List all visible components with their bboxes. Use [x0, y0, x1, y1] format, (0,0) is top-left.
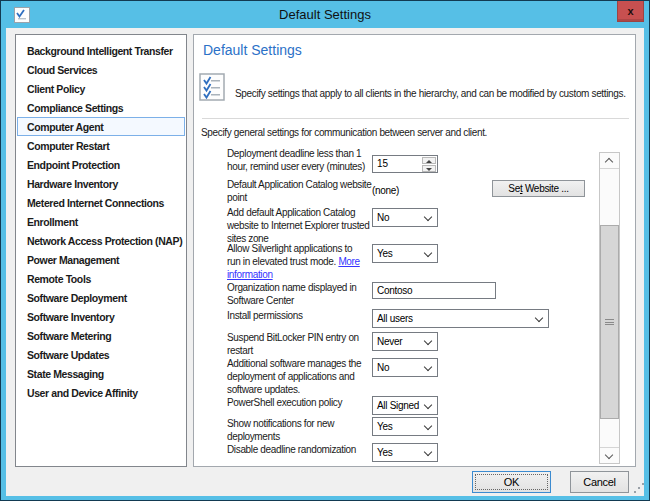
setting-label: Default Application Catalog website poin… [227, 178, 389, 204]
sidebar-item[interactable]: Cloud Services [17, 60, 185, 79]
spin-up-icon[interactable] [422, 157, 436, 164]
checklist-icon [199, 73, 225, 101]
sidebar-item[interactable]: Compliance Settings [17, 98, 185, 117]
setting-dropdown[interactable]: Yes [372, 417, 438, 436]
resize-grip[interactable] [634, 483, 646, 495]
form-row: Show notifications for new deploymentsYe… [202, 417, 592, 436]
thumb-grip-icon [605, 319, 614, 325]
chevron-down-icon [424, 249, 432, 257]
form-row: Install permissionsAll users [202, 309, 592, 328]
vertical-scrollbar[interactable] [599, 152, 620, 464]
sidebar-item[interactable]: Enrollment [17, 212, 185, 231]
sidebar-item[interactable]: Computer Restart [17, 136, 185, 155]
setting-label: Allow Silverlight applications to run in… [227, 242, 389, 281]
set-website-button[interactable]: Set Website ... [492, 180, 585, 197]
setting-label: Organization name displayed in Software … [227, 281, 389, 307]
cancel-button[interactable]: Cancel [570, 471, 629, 493]
sidebar-item[interactable]: Client Policy [17, 79, 185, 98]
form-row: Disable deadline randomizationYes [202, 443, 592, 462]
dialog-body: Background Intelligent TransferCloud Ser… [6, 28, 644, 496]
form-row: Additional software manages the deployme… [202, 357, 592, 376]
sidebar-item[interactable]: Software Metering [17, 326, 185, 345]
chevron-down-icon [424, 363, 432, 371]
sidebar-item[interactable]: Software Deployment [17, 288, 185, 307]
sidebar-item[interactable]: Endpoint Protection [17, 155, 185, 174]
website-point-value: (none) [372, 185, 399, 196]
ok-button[interactable]: OK [472, 471, 551, 493]
form-row: Suspend BitLocker PIN entry on restartNe… [202, 331, 592, 350]
default-settings-dialog: Default Settings x Background Intelligen… [0, 0, 650, 501]
setting-dropdown[interactable]: Yes [372, 244, 438, 263]
setting-label: Add default Application Catalog website … [227, 206, 389, 245]
page-title: Default Settings [203, 42, 302, 58]
form-row: Deployment deadline less than 1 hour, re… [202, 149, 592, 165]
spin-down-icon[interactable] [422, 165, 436, 172]
separator [202, 118, 629, 119]
chevron-down-icon [424, 213, 432, 221]
form-row: Allow Silverlight applications to run in… [202, 242, 592, 261]
chevron-down-icon [424, 422, 432, 430]
setting-label: Suspend BitLocker PIN entry on restart [227, 331, 389, 357]
chevron-down-icon [424, 448, 432, 456]
setting-label: Install permissions [227, 309, 389, 322]
settings-list[interactable]: Background Intelligent TransferCloud Ser… [15, 34, 187, 467]
section-intro: Specify general settings for communicati… [201, 127, 487, 138]
chevron-down-icon [424, 337, 432, 345]
minutes-spinner[interactable]: 15 [372, 155, 438, 173]
form-row: Add default Application Catalog website … [202, 206, 592, 225]
sidebar-item[interactable]: Remote Tools [17, 269, 185, 288]
setting-label: Disable deadline randomization [227, 443, 389, 456]
setting-dropdown[interactable]: All Signed [372, 396, 438, 415]
setting-dropdown[interactable]: No [372, 358, 438, 377]
setting-label: Additional software manages the deployme… [227, 357, 389, 396]
sidebar-item[interactable]: User and Device Affinity [17, 383, 185, 402]
sidebar-item[interactable]: Network Access Protection (NAP) [17, 231, 185, 250]
sidebar-item[interactable]: State Messaging [17, 364, 185, 383]
sidebar-item[interactable]: Power Management [17, 250, 185, 269]
title-bar: Default Settings x [1, 1, 649, 28]
scroll-up-button[interactable] [600, 153, 619, 169]
scroll-down-button[interactable] [600, 447, 619, 463]
chevron-down-icon [535, 314, 543, 322]
form-row: PowerShell execution policyAll Signed [202, 396, 592, 415]
setting-dropdown[interactable]: No [372, 208, 438, 227]
sidebar-item[interactable]: Software Updates [17, 345, 185, 364]
chevron-down-icon [424, 401, 432, 409]
settings-form: Deployment deadline less than 1 hour, re… [202, 149, 592, 467]
sidebar-item[interactable]: Hardware Inventory [17, 174, 185, 193]
close-button[interactable]: x [617, 1, 644, 22]
setting-label: Show notifications for new deployments [227, 417, 389, 443]
panel-description: Specify settings that apply to all clien… [235, 88, 626, 99]
setting-dropdown[interactable]: Yes [372, 443, 438, 462]
setting-dropdown[interactable]: All users [372, 309, 549, 328]
chevron-up-icon [605, 158, 613, 166]
setting-label: PowerShell execution policy [227, 396, 389, 409]
chevron-down-icon [605, 451, 613, 459]
sidebar-item[interactable]: Metered Internet Connections [17, 193, 185, 212]
sidebar-item[interactable]: Software Inventory [17, 307, 185, 326]
organization-name-input[interactable]: Contoso [372, 282, 496, 299]
scrollbar-thumb[interactable] [600, 225, 619, 419]
settings-detail-panel: Default Settings Specify settings that a… [193, 34, 636, 467]
sidebar-item[interactable]: Computer Agent [17, 117, 185, 136]
setting-label: Deployment deadline less than 1 hour, re… [227, 149, 389, 173]
setting-dropdown[interactable]: Never [372, 332, 438, 351]
window-title: Default Settings [1, 7, 649, 22]
sidebar-item[interactable]: Background Intelligent Transfer [17, 41, 185, 60]
